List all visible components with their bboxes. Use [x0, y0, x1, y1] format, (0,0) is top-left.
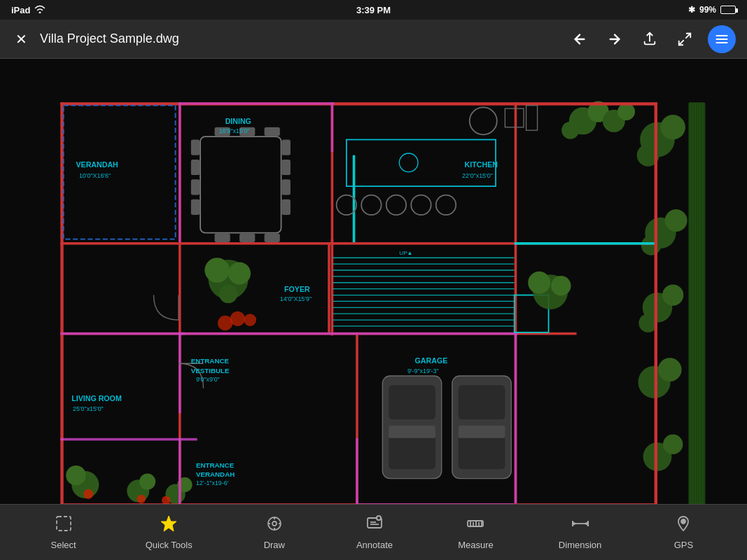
- svg-marker-170: [573, 522, 575, 525]
- gps-label: GPS: [674, 540, 693, 550]
- svg-point-30: [139, 473, 155, 489]
- draw-icon: [265, 514, 284, 537]
- svg-rect-50: [331, 239, 334, 336]
- svg-text:25'0"x15'0": 25'0"x15'0": [73, 405, 104, 412]
- forward-button[interactable]: [603, 27, 627, 51]
- svg-point-112: [228, 262, 251, 284]
- svg-text:ENTRANCE: ENTRANCE: [196, 461, 235, 469]
- svg-rect-97: [215, 234, 230, 242]
- svg-rect-129: [459, 426, 505, 438]
- title-bar: ✕ Villa Project Sample.dwg: [0, 20, 747, 59]
- select-icon: [55, 514, 73, 537]
- svg-point-158: [377, 517, 380, 519]
- svg-text:14'0"X15'9": 14'0"X15'9": [280, 295, 312, 302]
- svg-rect-93: [281, 200, 290, 215]
- gps-tool[interactable]: GPS: [655, 509, 711, 556]
- svg-point-33: [83, 489, 93, 499]
- svg-rect-148: [57, 517, 71, 531]
- svg-marker-171: [585, 522, 588, 525]
- svg-rect-59: [60, 332, 185, 335]
- svg-point-34: [137, 495, 146, 503]
- annotate-label: Annotate: [356, 540, 393, 550]
- bottom-toolbar: Select Quick Tools Draw: [0, 504, 747, 560]
- gps-icon: [674, 514, 692, 537]
- battery-percentage: 99%: [699, 5, 716, 15]
- svg-point-8: [660, 115, 685, 140]
- quick-tools-label: Quick Tools: [146, 540, 193, 550]
- close-button[interactable]: ✕: [11, 27, 32, 52]
- draw-label: Draw: [264, 540, 285, 550]
- svg-text:VERANDAH: VERANDAH: [196, 470, 235, 478]
- time-display: 3:39 PM: [356, 5, 391, 15]
- dimension-icon: [571, 514, 589, 537]
- select-label: Select: [50, 540, 76, 550]
- svg-rect-65: [179, 438, 181, 504]
- svg-rect-90: [281, 139, 290, 155]
- svg-rect-124: [389, 435, 435, 469]
- svg-rect-61: [359, 332, 518, 335]
- svg-rect-66: [515, 332, 517, 503]
- svg-point-151: [272, 522, 277, 526]
- svg-text:VESTIBULE: VESTIBULE: [191, 367, 230, 374]
- svg-rect-125: [389, 426, 435, 438]
- svg-text:VERANDAH: VERANDAH: [76, 160, 118, 169]
- svg-text:9'0"x9'0": 9'0"x9'0": [196, 376, 220, 383]
- svg-rect-87: [191, 160, 200, 175]
- document-title: Villa Project Sample.dwg: [40, 31, 179, 46]
- svg-point-118: [528, 272, 550, 294]
- svg-point-119: [551, 276, 571, 295]
- close-icon: ✕: [15, 31, 27, 48]
- svg-rect-99: [265, 234, 280, 242]
- svg-rect-64: [179, 332, 181, 413]
- svg-rect-98: [239, 234, 255, 242]
- svg-text:10'0"X16'6": 10'0"X16'6": [79, 172, 111, 179]
- svg-text:22'0"x15'0": 22'0"x15'0": [462, 172, 493, 179]
- dimension-tool[interactable]: Dimension: [547, 509, 613, 556]
- svg-rect-44: [655, 102, 657, 504]
- draw-tool[interactable]: Draw: [246, 509, 302, 556]
- svg-point-40: [617, 103, 635, 120]
- svg-rect-69: [515, 242, 655, 245]
- svg-text:DINING: DINING: [225, 117, 251, 125]
- share-button[interactable]: [638, 27, 662, 51]
- svg-point-19: [663, 435, 683, 454]
- measure-label: Measure: [458, 540, 494, 550]
- menu-button[interactable]: [708, 25, 736, 53]
- annotate-tool[interactable]: Annotate: [345, 509, 404, 556]
- measure-tool[interactable]: Measure: [447, 509, 505, 556]
- device-label: iPad: [11, 5, 30, 15]
- drawing-area[interactable]: UP▲: [0, 59, 747, 504]
- quick-tools-icon: [160, 514, 178, 537]
- quick-tools-tool[interactable]: Quick Tools: [134, 509, 204, 556]
- svg-point-111: [204, 258, 230, 283]
- floor-plan-svg: UP▲: [0, 59, 747, 504]
- measure-icon: [466, 514, 484, 537]
- svg-line-2: [679, 40, 683, 44]
- svg-rect-88: [191, 179, 200, 195]
- wifi-icon: [34, 5, 46, 15]
- svg-point-116: [244, 314, 256, 326]
- svg-text:FOYER: FOYER: [284, 285, 310, 293]
- select-tool[interactable]: Select: [36, 509, 92, 556]
- svg-rect-92: [281, 179, 290, 195]
- svg-rect-60: [179, 332, 359, 335]
- svg-rect-56: [179, 102, 334, 105]
- svg-rect-128: [459, 435, 505, 469]
- svg-text:9'-9"x19'-3": 9'-9"x19'-3": [407, 368, 439, 374]
- svg-rect-91: [281, 160, 290, 175]
- back-button[interactable]: [568, 27, 592, 51]
- svg-text:12'-1"x19-6': 12'-1"x19-6': [196, 479, 229, 486]
- expand-button[interactable]: [673, 27, 697, 51]
- svg-point-12: [641, 235, 661, 255]
- svg-point-28: [66, 465, 85, 485]
- svg-rect-62: [60, 438, 197, 441]
- svg-rect-52: [179, 242, 181, 335]
- svg-rect-67: [356, 438, 358, 504]
- svg-rect-57: [179, 102, 181, 242]
- svg-rect-58: [331, 102, 334, 152]
- svg-point-14: [662, 284, 683, 305]
- svg-marker-149: [161, 516, 176, 531]
- svg-text:KITCHEN: KITCHEN: [465, 160, 498, 169]
- svg-point-113: [219, 284, 238, 303]
- svg-rect-51: [328, 242, 330, 332]
